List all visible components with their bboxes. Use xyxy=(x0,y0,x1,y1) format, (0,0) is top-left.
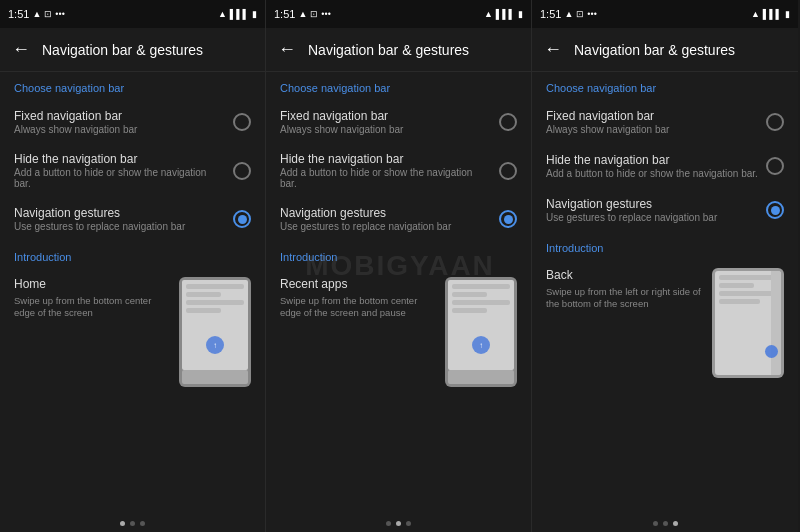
section-label-1: Choose navigation bar xyxy=(0,72,265,100)
panel-recent: 1:51 ▲ ⊡ ••• ▲ ▌▌▌ ▮ ← Navigation bar & … xyxy=(266,0,532,532)
radio-gesture-3[interactable] xyxy=(766,201,784,219)
time-1: 1:51 xyxy=(8,8,29,20)
status-right-1: ▲ ▌▌▌ ▮ xyxy=(218,9,257,19)
top-bar-2: ← Navigation bar & gestures xyxy=(266,28,531,72)
phone-mockup-bar-1 xyxy=(182,370,248,384)
radio-gesture-1[interactable] xyxy=(233,210,251,228)
radio-hide-1[interactable] xyxy=(233,162,251,180)
option-gesture-sub-3: Use gestures to replace navigation bar xyxy=(546,212,758,223)
status-right-3: ▲ ▌▌▌ ▮ xyxy=(751,9,790,19)
signal-bars-1: ▌▌▌ xyxy=(230,9,249,19)
signal-bars-3: ▌▌▌ xyxy=(763,9,782,19)
dot-3-2[interactable] xyxy=(673,521,678,526)
option-gesture-sub-1: Use gestures to replace navigation bar xyxy=(14,221,225,232)
radio-fixed-1[interactable] xyxy=(233,113,251,131)
option-hide-sub-2: Add a button to hide or show the navigat… xyxy=(280,167,491,189)
option-gesture-sub-2: Use gestures to replace navigation bar xyxy=(280,221,491,232)
phone-mockup-screen-1: ↑ xyxy=(182,280,248,370)
dot-1-2[interactable] xyxy=(140,521,145,526)
gesture-text-1: Home Swipe up from the bottom center edg… xyxy=(14,277,171,320)
panel-back: 1:51 ▲ ⊡ ••• ▲ ▌▌▌ ▮ ← Navigation bar & … xyxy=(532,0,798,532)
radio-fixed-3[interactable] xyxy=(766,113,784,131)
radio-hide-2[interactable] xyxy=(499,162,517,180)
gesture-title-1: Home xyxy=(14,277,171,291)
radio-gesture-2[interactable] xyxy=(499,210,517,228)
dot-3-1[interactable] xyxy=(663,521,668,526)
intro-label-3: Introduction xyxy=(546,242,603,254)
option-gesture-title-2: Navigation gestures xyxy=(280,206,491,220)
gesture-indicator-1: ↑ xyxy=(206,336,224,354)
panel-home: 1:51 ▲ ⊡ ••• ▲ ▌▌▌ ▮ ← Navigation bar & … xyxy=(0,0,266,532)
option-gesture-2[interactable]: Navigation gestures Use gestures to repl… xyxy=(266,197,531,241)
battery-icon-3: ▮ xyxy=(785,9,790,19)
dot-2-2[interactable] xyxy=(406,521,411,526)
signal-bars-2: ▌▌▌ xyxy=(496,9,515,19)
option-gesture-text-3: Navigation gestures Use gestures to repl… xyxy=(546,197,758,223)
wifi-icon-3: ▲ xyxy=(751,9,760,19)
gesture-title-3: Back xyxy=(546,268,704,282)
content-1: Choose navigation bar Fixed navigation b… xyxy=(0,72,265,514)
gesture-text-3: Back Swipe up from the left or right sid… xyxy=(546,268,704,311)
back-button-1[interactable]: ← xyxy=(12,39,30,60)
dot-1-0[interactable] xyxy=(120,521,125,526)
dot-1-1[interactable] xyxy=(130,521,135,526)
option-gesture-1[interactable]: Navigation gestures Use gestures to repl… xyxy=(0,197,265,241)
gesture-arrow-1: ↑ xyxy=(213,341,217,350)
radio-hide-3[interactable] xyxy=(766,157,784,175)
dot-2-0[interactable] xyxy=(386,521,391,526)
time-3: 1:51 xyxy=(540,8,561,20)
gesture-demo-2: Recent apps Swipe up from the bottom cen… xyxy=(266,269,531,395)
intro-section-1: Introduction xyxy=(0,241,265,269)
intro-label-1: Introduction xyxy=(14,251,71,263)
gesture-title-2: Recent apps xyxy=(280,277,437,291)
top-bar-title-2: Navigation bar & gestures xyxy=(308,42,469,58)
phone-mockup-3 xyxy=(712,268,784,378)
more-icon-1: ••• xyxy=(55,9,64,19)
option-fixed-text-1: Fixed navigation bar Always show navigat… xyxy=(14,109,225,135)
mock-line-1d xyxy=(186,308,221,313)
top-bar-3: ← Navigation bar & gestures xyxy=(532,28,798,72)
option-hide-sub-3: Add a button to hide or show the navigat… xyxy=(546,168,758,179)
back-side-bar xyxy=(771,271,781,375)
wifi-icon-1: ▲ xyxy=(218,9,227,19)
more-icon-3: ••• xyxy=(587,9,596,19)
back-button-2[interactable]: ← xyxy=(278,39,296,60)
mock-line-2d xyxy=(452,308,487,313)
option-fixed-sub-3: Always show navigation bar xyxy=(546,124,758,135)
option-gesture-3[interactable]: Navigation gestures Use gestures to repl… xyxy=(532,188,798,232)
phone-mockup-1: ↑ xyxy=(179,277,251,387)
gesture-desc-2: Swipe up from the bottom center edge of … xyxy=(280,295,437,320)
option-hide-3[interactable]: Hide the navigation bar Add a button to … xyxy=(532,144,798,188)
option-hide-sub-1: Add a button to hide or show the navigat… xyxy=(14,167,225,189)
battery-icon-1: ▮ xyxy=(252,9,257,19)
signal-icon-2: ▲ xyxy=(298,9,307,19)
radio-fixed-2[interactable] xyxy=(499,113,517,131)
gesture-demo-3: Back Swipe up from the left or right sid… xyxy=(532,260,798,386)
dot-3-0[interactable] xyxy=(653,521,658,526)
option-hide-title-2: Hide the navigation bar xyxy=(280,152,491,166)
mock-line-2b xyxy=(452,292,487,297)
option-fixed-2[interactable]: Fixed navigation bar Always show navigat… xyxy=(266,100,531,144)
gesture-indicator-2: ↑ xyxy=(472,336,490,354)
dot-2-1[interactable] xyxy=(396,521,401,526)
option-fixed-1[interactable]: Fixed navigation bar Always show navigat… xyxy=(0,100,265,144)
option-fixed-3[interactable]: Fixed navigation bar Always show navigat… xyxy=(532,100,798,144)
photo-icon-1: ⊡ xyxy=(44,9,52,19)
dots-bar-2 xyxy=(266,514,531,532)
option-fixed-title-3: Fixed navigation bar xyxy=(546,109,758,123)
option-gesture-text-1: Navigation gestures Use gestures to repl… xyxy=(14,206,225,232)
status-left-2: 1:51 ▲ ⊡ ••• xyxy=(274,8,331,20)
option-hide-text-3: Hide the navigation bar Add a button to … xyxy=(546,153,758,179)
content-2: Choose navigation bar Fixed navigation b… xyxy=(266,72,531,514)
photo-icon-2: ⊡ xyxy=(310,9,318,19)
option-fixed-title-1: Fixed navigation bar xyxy=(14,109,225,123)
option-hide-title-1: Hide the navigation bar xyxy=(14,152,225,166)
section-label-3: Choose navigation bar xyxy=(532,72,798,100)
back-button-3[interactable]: ← xyxy=(544,39,562,60)
option-hide-1[interactable]: Hide the navigation bar Add a button to … xyxy=(0,144,265,197)
more-icon-2: ••• xyxy=(321,9,330,19)
phone-mockup-2: ↑ xyxy=(445,277,517,387)
panels-wrapper: MOBIGYAAN 1:51 ▲ ⊡ ••• ▲ ▌▌▌ ▮ ← Navigat… xyxy=(0,0,800,532)
signal-icon-3: ▲ xyxy=(564,9,573,19)
option-hide-2[interactable]: Hide the navigation bar Add a button to … xyxy=(266,144,531,197)
